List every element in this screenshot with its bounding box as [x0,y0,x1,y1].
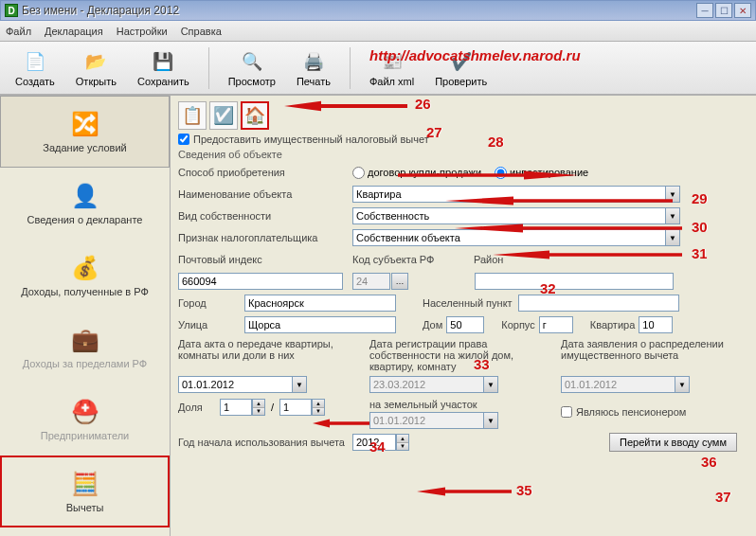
calculator-icon: 🧮 [68,470,102,498]
field-settlement[interactable] [518,295,679,312]
field-date-land [369,412,483,429]
go-to-sums-button[interactable]: Перейти к вводу сумм [609,433,737,452]
sidebar-item-conditions[interactable]: 🔀 Задание условий [0,96,170,168]
section-object-info: Сведения об объекте [178,149,747,160]
menu-declaration[interactable]: Декларация [45,26,103,37]
label-land: на земельный участок [369,399,542,410]
year-spinner[interactable]: ▲▼ [396,434,409,451]
app-icon: D [5,4,18,17]
field-date-act[interactable] [178,376,292,393]
dropdown-icon[interactable]: ▼ [665,186,680,203]
sidebar-item-income-foreign[interactable]: 💼 Доходы за пределами РФ [0,312,170,384]
label-zip: Почтовый индекс [178,254,352,265]
provide-deduction-checkbox[interactable]: Предоставить имущественный налоговый выч… [178,134,747,145]
subtab-check-icon[interactable]: ☑️ [209,101,238,130]
label-raion: Район [474,254,503,265]
title-bar: D Без имени - Декларация 2012 ─ ☐ ✕ [0,0,756,21]
close-button[interactable]: ✕ [734,3,751,18]
toolbar-save[interactable]: 💾Сохранить [132,47,195,89]
label-street: Улица [178,319,244,331]
dropdown-icon[interactable]: ▼ [665,229,680,246]
printer-icon: 🖨️ [301,49,326,74]
content-panel: 📋 ☑️ 🏠 Предоставить имущественный налого… [171,96,756,536]
label-ownership: Вид собственности [178,210,352,222]
field-city[interactable] [244,295,396,312]
toolbar-preview[interactable]: 🔍Просмотр [223,47,281,89]
moneybag-icon: 💼 [68,326,102,354]
field-date-claim [561,376,675,393]
label-korpus: Корпус [501,319,534,331]
field-raion[interactable] [475,273,674,290]
folder-open-icon: 📂 [83,49,108,74]
menu-settings[interactable]: Настройки [117,26,168,37]
field-ownership[interactable] [352,207,665,224]
pensioner-checkbox[interactable]: Являюсь пенсионером [561,406,733,418]
anno-35: 35 [516,482,532,498]
field-date-reg [369,376,483,393]
sidebar-item-business[interactable]: ⛑️ Предприниматели [0,384,170,456]
label-date-act: Дата акта о передаче квартиры, комнаты и… [178,338,351,361]
anno-36: 36 [701,454,717,470]
subtab-house-icon[interactable]: 🏠 [241,101,269,130]
radio-purchase-contract[interactable]: договор купли-продажи [352,167,481,179]
field-share-den[interactable] [279,399,312,416]
label-share: Доля [178,402,220,413]
menu-file[interactable]: Файл [6,26,31,37]
dropdown-icon[interactable]: ▼ [665,207,680,224]
label-settlement: Населенный пункт [423,297,513,309]
field-korpus[interactable] [539,316,573,333]
label-acquisition: Способ приобретения [178,167,352,178]
window-title: Без имени - Декларация 2012 [22,4,179,17]
field-year-use[interactable] [352,434,396,451]
magnifier-icon: 🔍 [240,49,264,74]
label-taxpayer: Признак налогоплательщика [178,232,352,243]
menu-bar: Файл Декларация Настройки Справка [0,21,756,42]
sidebar: 🔀 Задание условий 👤 Сведения о декларант… [0,96,171,536]
field-share-num[interactable] [220,399,252,416]
label-city: Город [178,297,244,309]
floppy-icon: 💾 [151,49,175,74]
label-date-claim: Дата заявления о распределении имуществе… [561,338,733,361]
anno-37: 37 [715,489,731,505]
share-num-spinner[interactable]: ▲▼ [252,399,265,416]
coins-icon: 💰 [68,254,102,282]
region-browse-button[interactable]: … [391,273,408,290]
toolbar-open[interactable]: 📂Открыть [70,47,122,89]
flowchart-icon: 🔀 [68,110,102,138]
maximize-button[interactable]: ☐ [715,3,732,18]
person-icon: 👤 [68,182,102,210]
menu-help[interactable]: Справка [181,26,222,37]
label-object-name: Наименование объекта [178,188,352,200]
watermark-url: http://advocatshmelev.narod.ru [369,47,581,63]
calendar-dropdown-icon[interactable]: ▼ [675,376,690,393]
field-zip[interactable] [178,273,343,290]
label-date-reg: Дата регистрации права собственности на … [369,338,542,372]
radio-investment[interactable]: инвестирование [495,167,588,179]
field-region-code [352,273,390,290]
calendar-dropdown-icon[interactable]: ▼ [483,376,498,393]
label-apartment: Квартира [590,319,636,331]
label-region-code: Код субъекта РФ [352,254,474,265]
field-house[interactable] [446,316,484,333]
field-object-name[interactable] [352,186,665,203]
sidebar-item-declarant[interactable]: 👤 Сведения о декларанте [0,168,170,240]
label-house: Дом [423,319,442,331]
label-year-use: Год начала использования вычета [178,437,352,448]
sidebar-item-income-rf[interactable]: 💰 Доходы, полученные в РФ [0,240,170,312]
toolbar-print[interactable]: 🖨️Печать [291,47,336,89]
share-den-spinner[interactable]: ▲▼ [312,399,325,416]
calendar-dropdown-icon[interactable]: ▼ [483,412,498,429]
toolbar: 📄Создать 📂Открыть 💾Сохранить 🔍Просмотр 🖨… [0,42,756,95]
file-new-icon: 📄 [23,49,47,74]
hardhat-icon: ⛑️ [68,398,102,426]
toolbar-create[interactable]: 📄Создать [9,47,61,89]
calendar-dropdown-icon[interactable]: ▼ [292,376,307,393]
field-apartment[interactable] [639,316,673,333]
sidebar-item-deductions[interactable]: 🧮 Вычеты [0,456,170,527]
field-street[interactable] [244,316,396,333]
subtab-list-icon[interactable]: 📋 [178,101,207,130]
field-taxpayer-sign[interactable] [352,229,665,246]
minimize-button[interactable]: ─ [696,3,713,18]
